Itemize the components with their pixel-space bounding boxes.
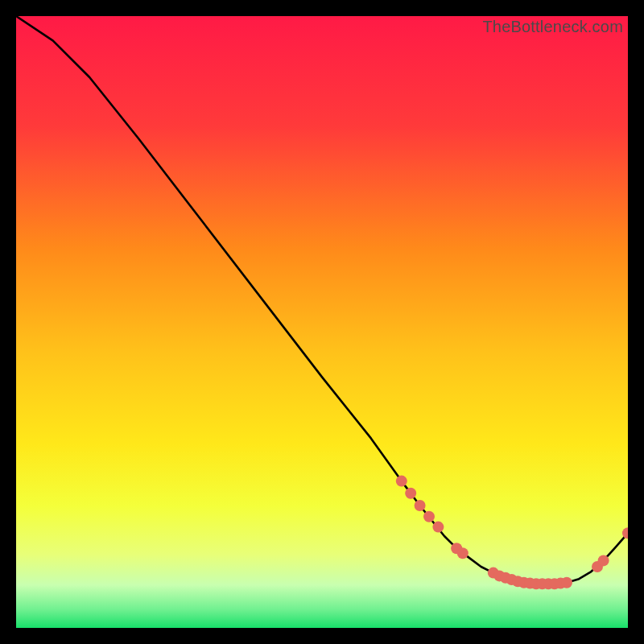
data-point-marker — [396, 476, 407, 487]
data-point-marker — [405, 488, 416, 499]
bottleneck-chart — [16, 16, 628, 628]
gradient-background — [16, 16, 628, 628]
data-point-marker — [415, 500, 426, 511]
data-point-marker — [432, 522, 444, 533]
chart-frame: TheBottleneck.com — [16, 16, 628, 628]
data-point-marker — [457, 547, 469, 559]
data-point-marker — [561, 577, 572, 588]
data-point-marker — [598, 555, 609, 566]
data-point-marker — [423, 511, 435, 522]
